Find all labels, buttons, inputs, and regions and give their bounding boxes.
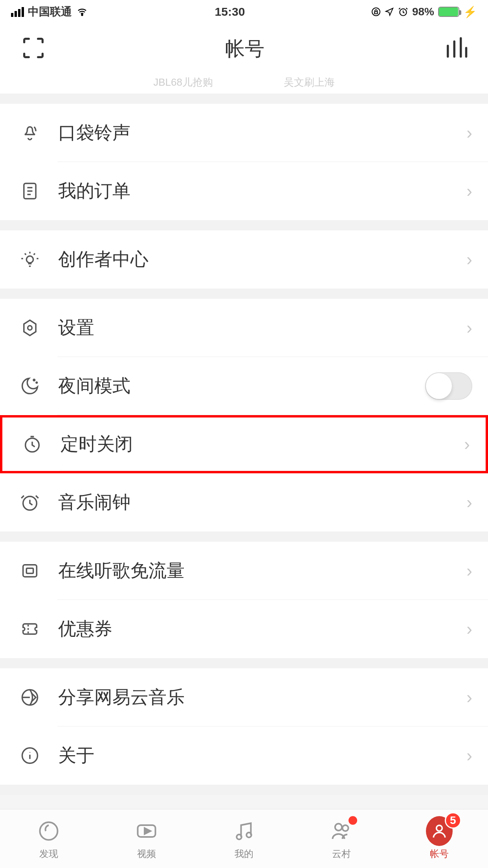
document-icon <box>18 179 42 203</box>
list-item-orders[interactable]: 我的订单 › <box>0 162 488 220</box>
svg-point-30 <box>246 832 251 837</box>
tab-label: 发现 <box>39 848 58 860</box>
list-item-creator[interactable]: 创作者中心 › <box>0 230 488 289</box>
discover-icon <box>35 818 62 844</box>
svg-point-33 <box>436 825 442 831</box>
svg-point-15 <box>33 379 35 381</box>
tab-account[interactable]: 5 帐号 <box>391 818 488 860</box>
ticket-icon <box>18 617 42 641</box>
svg-rect-20 <box>26 568 33 574</box>
night-mode-toggle[interactable] <box>425 372 472 400</box>
promo-right: 吴文刷上海 <box>284 75 335 89</box>
share-icon <box>18 686 42 709</box>
list-item-share[interactable]: 分享网易云音乐 › <box>0 668 488 726</box>
list-item-label: 分享网易云音乐 <box>58 685 466 710</box>
list-item-label: 口袋铃声 <box>58 121 466 145</box>
list-item-label: 音乐闹钟 <box>58 490 466 515</box>
charging-icon: ⚡ <box>463 6 477 18</box>
list-group-2: 设置 › 夜间模式 定时关闭 › 音乐闹钟 › <box>0 299 488 531</box>
page-title: 帐号 <box>225 36 264 62</box>
list-group-3: 在线听歌免流量 › 优惠券 › <box>0 542 488 658</box>
chevron-right-icon: › <box>466 493 472 512</box>
list-item-data-free[interactable]: 在线听歌免流量 › <box>0 542 488 600</box>
svg-marker-13 <box>24 320 36 336</box>
signal-icon <box>11 7 24 17</box>
location-icon <box>385 7 394 17</box>
list-item-label: 定时关闭 <box>61 432 464 456</box>
app-header: 帐号 <box>0 24 488 74</box>
moon-icon <box>18 374 42 398</box>
svg-marker-28 <box>145 828 150 834</box>
chevron-right-icon: › <box>466 318 472 338</box>
community-icon <box>328 818 355 844</box>
svg-point-14 <box>28 326 32 330</box>
alarm-indicator-icon <box>398 7 408 17</box>
chevron-right-icon: › <box>466 746 472 765</box>
timer-icon <box>20 432 44 456</box>
lock-rotation-icon <box>371 7 381 17</box>
list-item-label: 夜间模式 <box>58 374 425 398</box>
carrier-label: 中国联通 <box>28 4 72 19</box>
chevron-right-icon: › <box>466 688 472 707</box>
tab-label: 我的 <box>235 848 253 860</box>
scan-button[interactable] <box>20 34 47 63</box>
status-bar: 中国联通 15:30 98% ⚡ <box>0 0 488 24</box>
list-item-timer[interactable]: 定时关闭 › <box>0 415 488 473</box>
account-icon: 5 <box>426 818 453 844</box>
battery-icon <box>438 7 459 17</box>
battery-percent-label: 98% <box>412 6 434 18</box>
chevron-right-icon: › <box>466 619 472 639</box>
list-group-0: 口袋铃声 › 我的订单 › <box>0 104 488 220</box>
tab-label: 云村 <box>332 848 351 860</box>
list-item-label: 我的订单 <box>58 179 466 203</box>
wifi-icon <box>76 7 88 17</box>
list-item-night-mode[interactable]: 夜间模式 <box>0 357 488 415</box>
list-item-label: 设置 <box>58 316 466 340</box>
svg-point-16 <box>36 382 37 383</box>
tab-village[interactable]: 云村 <box>293 818 390 860</box>
list-item-about[interactable]: 关于 › <box>0 726 488 785</box>
list-item-settings[interactable]: 设置 › <box>0 299 488 357</box>
info-icon <box>18 744 42 767</box>
tab-mine[interactable]: 我的 <box>195 818 293 860</box>
music-icon <box>231 818 257 844</box>
tab-discover[interactable]: 发现 <box>0 818 97 860</box>
tab-label: 视频 <box>137 848 156 860</box>
badge-count: 5 <box>445 812 461 829</box>
svg-point-29 <box>237 834 242 839</box>
video-icon <box>133 818 160 844</box>
list-item-label: 创作者中心 <box>58 247 466 272</box>
tab-bar: 发现 视频 我的 云村 5 帐号 <box>0 809 488 868</box>
clock-label: 15:30 <box>215 5 245 18</box>
promo-row: JBL68儿抢购 吴文刷上海 <box>0 74 488 94</box>
list-group-4: 分享网易云音乐 › 关于 › <box>0 668 488 785</box>
svg-point-0 <box>82 15 83 16</box>
sim-icon <box>18 559 42 583</box>
list-group-1: 创作者中心 › <box>0 230 488 289</box>
chevron-right-icon: › <box>464 434 470 454</box>
now-playing-button[interactable] <box>442 35 468 63</box>
list-item-ringtone[interactable]: 口袋铃声 › <box>0 104 488 162</box>
scan-icon <box>20 34 47 62</box>
list-item-label: 优惠券 <box>58 617 466 641</box>
gear-icon <box>18 316 42 340</box>
svg-rect-19 <box>23 565 37 577</box>
svg-point-26 <box>40 822 58 840</box>
tab-video[interactable]: 视频 <box>97 818 195 860</box>
list-item-coupon[interactable]: 优惠券 › <box>0 600 488 658</box>
svg-rect-2 <box>374 12 378 14</box>
svg-point-32 <box>343 825 349 831</box>
chevron-right-icon: › <box>466 250 472 269</box>
list-item-label: 关于 <box>58 743 466 768</box>
alarm-icon <box>18 491 42 514</box>
chevron-right-icon: › <box>466 561 472 581</box>
chevron-right-icon: › <box>466 181 472 201</box>
promo-left: JBL68儿抢购 <box>153 75 213 89</box>
svg-point-31 <box>335 824 342 831</box>
list-item-label: 在线听歌免流量 <box>58 559 466 583</box>
chevron-right-icon: › <box>466 123 472 143</box>
badge-dot <box>349 816 357 825</box>
list-item-alarm[interactable]: 音乐闹钟 › <box>0 473 488 531</box>
tab-label: 帐号 <box>430 848 449 860</box>
lightbulb-icon <box>18 248 42 271</box>
